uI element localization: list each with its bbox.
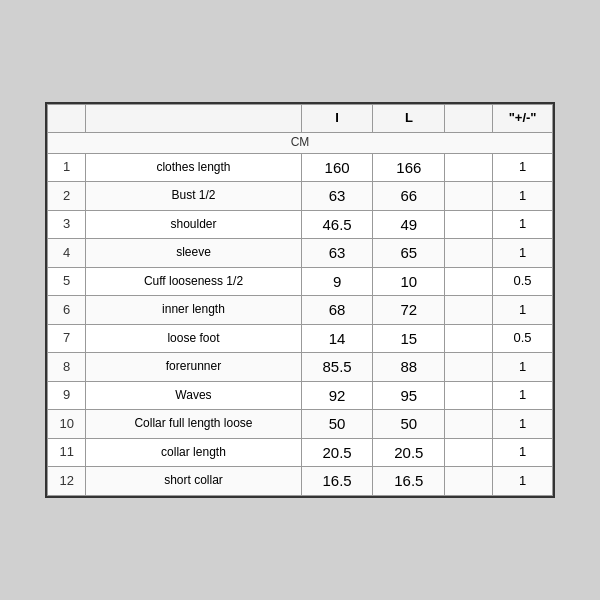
cm-label: CM [48, 133, 553, 154]
row-tolerance: 1 [493, 239, 553, 268]
row-tolerance: 1 [493, 153, 553, 182]
row-number: 4 [48, 239, 86, 268]
row-value-l: 95 [373, 381, 445, 410]
row-extra [445, 410, 493, 439]
table-row: 7loose foot14150.5 [48, 324, 553, 353]
row-tolerance: 1 [493, 210, 553, 239]
row-extra [445, 296, 493, 325]
row-extra [445, 324, 493, 353]
row-value-l: 15 [373, 324, 445, 353]
row-number: 8 [48, 353, 86, 382]
row-label: sleeve [86, 239, 301, 268]
table-row: 2Bust 1/263661 [48, 182, 553, 211]
row-number: 5 [48, 267, 86, 296]
row-value-l: 20.5 [373, 438, 445, 467]
row-label: collar length [86, 438, 301, 467]
table-row: 6inner length68721 [48, 296, 553, 325]
header-col-i: I [301, 105, 373, 133]
row-extra [445, 182, 493, 211]
size-chart-container: I L "+/-" CM 1clothes length16016612Bust… [45, 102, 555, 497]
row-number: 1 [48, 153, 86, 182]
row-label: shoulder [86, 210, 301, 239]
row-value-i: 50 [301, 410, 373, 439]
row-number: 12 [48, 467, 86, 496]
row-value-l: 65 [373, 239, 445, 268]
row-extra [445, 353, 493, 382]
table-row: 11collar length20.520.51 [48, 438, 553, 467]
row-label: forerunner [86, 353, 301, 382]
row-tolerance: 1 [493, 467, 553, 496]
header-num [48, 105, 86, 133]
row-value-i: 9 [301, 267, 373, 296]
row-value-l: 50 [373, 410, 445, 439]
row-label: clothes length [86, 153, 301, 182]
header-col-pm: "+/-" [493, 105, 553, 133]
row-extra [445, 438, 493, 467]
row-value-i: 63 [301, 239, 373, 268]
row-tolerance: 1 [493, 182, 553, 211]
row-value-i: 63 [301, 182, 373, 211]
row-extra [445, 381, 493, 410]
row-value-l: 166 [373, 153, 445, 182]
table-row: 12short collar16.516.51 [48, 467, 553, 496]
row-number: 3 [48, 210, 86, 239]
row-label: Bust 1/2 [86, 182, 301, 211]
row-value-i: 14 [301, 324, 373, 353]
table-row: 8forerunner85.5881 [48, 353, 553, 382]
row-label: short collar [86, 467, 301, 496]
row-tolerance: 1 [493, 438, 553, 467]
subheader-row: CM [48, 133, 553, 154]
row-extra [445, 239, 493, 268]
header-row: I L "+/-" [48, 105, 553, 133]
row-value-l: 10 [373, 267, 445, 296]
row-value-i: 20.5 [301, 438, 373, 467]
row-value-i: 85.5 [301, 353, 373, 382]
row-tolerance: 1 [493, 353, 553, 382]
row-number: 2 [48, 182, 86, 211]
row-value-l: 66 [373, 182, 445, 211]
row-value-l: 16.5 [373, 467, 445, 496]
header-col-extra [445, 105, 493, 133]
table-row: 10Collar full length loose50501 [48, 410, 553, 439]
table-row: 4sleeve63651 [48, 239, 553, 268]
row-label: Cuff looseness 1/2 [86, 267, 301, 296]
row-tolerance: 1 [493, 381, 553, 410]
row-label: inner length [86, 296, 301, 325]
table-row: 5Cuff looseness 1/29100.5 [48, 267, 553, 296]
row-label: Waves [86, 381, 301, 410]
row-number: 11 [48, 438, 86, 467]
row-extra [445, 210, 493, 239]
table-body: 1clothes length16016612Bust 1/2636613sho… [48, 153, 553, 495]
row-number: 7 [48, 324, 86, 353]
row-extra [445, 467, 493, 496]
table-row: 9Waves92951 [48, 381, 553, 410]
row-value-i: 46.5 [301, 210, 373, 239]
row-tolerance: 0.5 [493, 267, 553, 296]
row-extra [445, 153, 493, 182]
header-name [86, 105, 301, 133]
row-tolerance: 1 [493, 410, 553, 439]
row-tolerance: 0.5 [493, 324, 553, 353]
row-value-i: 68 [301, 296, 373, 325]
row-number: 6 [48, 296, 86, 325]
row-value-l: 72 [373, 296, 445, 325]
table-row: 1clothes length1601661 [48, 153, 553, 182]
row-tolerance: 1 [493, 296, 553, 325]
row-value-i: 160 [301, 153, 373, 182]
header-col-l: L [373, 105, 445, 133]
row-extra [445, 267, 493, 296]
row-value-l: 88 [373, 353, 445, 382]
row-value-l: 49 [373, 210, 445, 239]
row-number: 9 [48, 381, 86, 410]
row-label: Collar full length loose [86, 410, 301, 439]
row-number: 10 [48, 410, 86, 439]
table-row: 3shoulder46.5491 [48, 210, 553, 239]
row-label: loose foot [86, 324, 301, 353]
size-table: I L "+/-" CM 1clothes length16016612Bust… [47, 104, 553, 495]
row-value-i: 16.5 [301, 467, 373, 496]
row-value-i: 92 [301, 381, 373, 410]
